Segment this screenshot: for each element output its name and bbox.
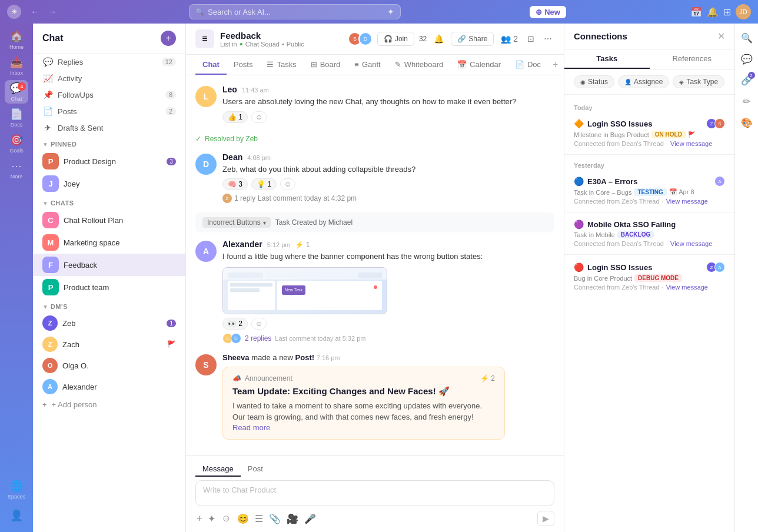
conn4-header: 🔴 Login SSO Issues Z A (574, 262, 725, 272)
tab-add-button[interactable]: + (548, 55, 563, 75)
share-button[interactable]: 🔗 Share (451, 32, 494, 46)
sidebar-item-replies[interactable]: 💬 Replies 12 (33, 54, 185, 70)
conn4-view-message[interactable]: View message (666, 284, 708, 291)
more-header-button[interactable]: ⋯ (541, 32, 554, 46)
connection-mobile-okta[interactable]: 🟣 Mobile Okta SSO Failing Task in Mobile… (564, 215, 734, 252)
tab-chat[interactable]: Chat (195, 55, 227, 75)
reply-count-dean: 1 reply (234, 194, 255, 202)
read-more-link[interactable]: Read more (232, 423, 495, 432)
sidebar-dm-zeb[interactable]: Z Zeb 1 (33, 312, 185, 334)
conn4-meta: Bug in Core Product DEBUG MODE (574, 274, 725, 282)
forward-button[interactable]: → (45, 6, 60, 18)
add-person-button[interactable]: + + Add person (33, 397, 185, 412)
input-send-button[interactable]: ▶ (537, 511, 554, 526)
tab-calendar[interactable]: 📅 Calendar (450, 55, 508, 75)
reaction-add-leo[interactable]: ☺ (251, 111, 267, 123)
sidebar-item-posts[interactable]: 📄 Posts 2 (33, 103, 185, 119)
conn1-view-message[interactable]: View message (670, 140, 712, 147)
sidebar-item-activity[interactable]: 📈 Activity (33, 70, 185, 87)
input-emoji-button[interactable]: ☺ (220, 512, 232, 525)
apps-icon-btn[interactable]: ⊞ (723, 6, 731, 18)
sidebar-item-product-design[interactable]: P Product Design 3 (33, 150, 185, 172)
calendar-icon-btn[interactable]: 📅 (690, 6, 702, 18)
back-button[interactable]: ← (27, 6, 42, 18)
user-avatar[interactable]: JD (736, 4, 751, 19)
new-button[interactable]: ⊕ New (530, 6, 566, 18)
notifications-icon-btn[interactable]: 🔔 (707, 6, 719, 18)
input-video-button[interactable]: 🎥 (285, 512, 300, 526)
input-attach-button[interactable]: 📎 (268, 512, 282, 526)
connections-tab-tasks[interactable]: Tasks (564, 49, 650, 69)
conn2-view-message[interactable]: View message (666, 198, 708, 205)
maximize-button[interactable]: ⊡ (525, 32, 537, 46)
alexander-replies-link[interactable]: 2 replies (245, 334, 271, 343)
nav-more[interactable]: ⋯ More (5, 158, 28, 181)
connection-login-sso[interactable]: 🔶 Login SSO Issues Z S Milestone in Bugs… (564, 114, 734, 152)
join-button[interactable]: 🎧 Join (377, 32, 414, 46)
tab-board[interactable]: ⊞ Board (304, 55, 348, 75)
notification-bell-button[interactable]: 🔔 (431, 32, 446, 46)
connections-tab-references[interactable]: References (650, 49, 735, 69)
tab-doc[interactable]: 📄 Doc (508, 55, 548, 75)
filter-task-type[interactable]: ◈ Task Type (673, 75, 724, 88)
sidebar-item-feedback[interactable]: F Feedback (33, 254, 185, 276)
chats-section[interactable]: ▼ Chats (33, 195, 185, 209)
input-tab-post[interactable]: Post (241, 462, 270, 477)
rs-chat-button[interactable]: 💬 (737, 49, 756, 68)
input-emoji2-button[interactable]: 😊 (236, 512, 250, 526)
sidebar: Chat + 💬 Replies 12 📈 Activity 📌 FollowU… (33, 24, 186, 532)
sidebar-item-followups[interactable]: 📌 FollowUps 8 (33, 87, 185, 103)
search-bar[interactable]: 🔍 Search or Ask AI... ✦ (189, 4, 401, 19)
sidebar-dm-zach[interactable]: Z Zach 🚩 (33, 334, 185, 355)
rs-pencil-button[interactable]: ✏ (737, 92, 756, 111)
reaction-eyes[interactable]: 👀 2 (222, 318, 248, 330)
sidebar-item-joey[interactable]: J Joey (33, 172, 185, 195)
filter-assignee[interactable]: 👤 Assignee (618, 75, 669, 88)
input-tab-message[interactable]: Message (195, 462, 241, 477)
input-checklist-button[interactable]: ☰ (254, 512, 264, 526)
sidebar-dm-olga[interactable]: O Olga O. (33, 355, 185, 376)
input-mic-button[interactable]: 🎤 (303, 512, 317, 526)
pinned-section[interactable]: ▼ Pinned (33, 136, 185, 150)
tab-whiteboard[interactable]: ✎ Whiteboard (388, 55, 450, 75)
tab-tasks[interactable]: ☰ Tasks (260, 55, 303, 75)
reaction-thumbsup[interactable]: 👍 1 (222, 111, 248, 123)
sidebar-add-button[interactable]: + (161, 31, 176, 46)
reaction-bulb[interactable]: 💡 1 (251, 178, 277, 190)
connections-close-button[interactable]: ✕ (717, 31, 725, 42)
activity-label: Activity (58, 74, 176, 83)
connection-login-sso-2[interactable]: 🔴 Login SSO Issues Z A Bug in Core Produ… (564, 257, 734, 295)
dms-section[interactable]: ▼ DM's (33, 298, 185, 312)
member-list-button[interactable]: 👥 2 (498, 32, 520, 46)
nav-docs[interactable]: 📄 Docs (5, 106, 28, 129)
tab-gantt[interactable]: ≡ Gantt (347, 55, 387, 75)
sidebar-item-product-team[interactable]: P Product team (33, 276, 185, 298)
nav-chat[interactable]: 💬 Chat 4 (5, 80, 28, 104)
nav-add-user[interactable]: 👤 (5, 504, 28, 527)
input-format-button[interactable]: ✦ (207, 512, 217, 526)
reaction-brain[interactable]: 🧠 3 (222, 178, 248, 190)
conn3-view-message[interactable]: View message (670, 240, 712, 247)
nav-spaces[interactable]: 🌐 Spaces (5, 478, 28, 501)
reaction-add-alexander[interactable]: ☺ (251, 318, 267, 330)
sidebar-item-chat-rollout[interactable]: C Chat Rollout Plan (33, 209, 185, 231)
tab-posts[interactable]: Posts (227, 55, 260, 75)
nav-goals[interactable]: 🎯 Goals (5, 132, 28, 155)
nav-inbox[interactable]: 📥 Inbox (5, 54, 28, 78)
dean-reply-info[interactable]: Z 1 reply Last comment today at 4:32 pm (222, 194, 554, 203)
message-input-box[interactable]: Write to Chat Product (195, 480, 554, 506)
rs-palette-button[interactable]: 🎨 (737, 113, 756, 132)
reaction-add-dean[interactable]: ☺ (280, 178, 295, 190)
filter-status[interactable]: ◉ Status (574, 75, 614, 88)
rs-search-button[interactable]: 🔍 (737, 28, 756, 47)
rs-connect-button[interactable]: 🔗 2 (737, 71, 756, 89)
logo-button[interactable]: ☀ (7, 5, 21, 19)
channel-space-name: Chat Squad (245, 41, 280, 48)
sidebar-item-drafts[interactable]: ✈ Drafts & Sent (33, 119, 185, 136)
sidebar-item-marketing-space[interactable]: M Marketing space (33, 231, 185, 254)
task-tag[interactable]: Incorrect Buttons ▾ (202, 217, 271, 228)
input-add-button[interactable]: + (195, 512, 203, 525)
nav-home[interactable]: 🏠 Home (5, 28, 28, 52)
connection-e30a[interactable]: 🔵 E30A – Errors A Task in Core – Bugs TE… (564, 171, 734, 210)
sidebar-dm-alexander[interactable]: A Alexander (33, 376, 185, 397)
